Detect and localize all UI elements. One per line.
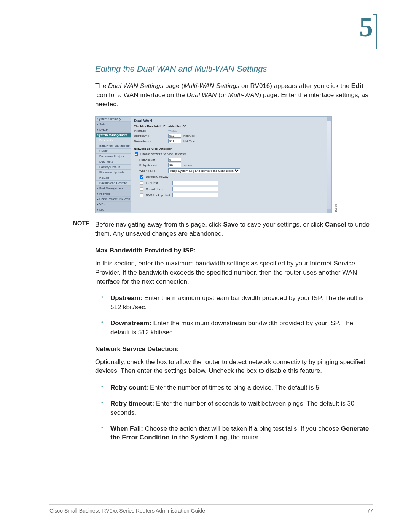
isp-host-checkbox[interactable] [140, 181, 143, 185]
sidebar-item[interactable]: Discovery-Bonjour [96, 154, 131, 159]
isp-host-input[interactable] [172, 181, 218, 185]
retry-count-label: Retry count : [139, 158, 168, 161]
retry-timeout-input[interactable] [168, 163, 181, 167]
sidebar-item[interactable]: Setup [96, 122, 131, 127]
screenshot-main-panel: Dual WAN The Max Bandwidth Provided by I… [131, 117, 331, 213]
dns-lookup-checkbox[interactable] [140, 193, 143, 197]
sidebar-item[interactable]: Diagnostic [96, 159, 131, 165]
sidebar-item[interactable]: Cisco ProtectLink Web [96, 197, 131, 202]
sub1-heading: Max Bandwidth Provided by ISP: [95, 247, 373, 254]
remote-host-label: Remote Host : [146, 187, 172, 191]
sidebar-item[interactable]: Bandwidth Management [96, 143, 131, 149]
sidebar-item[interactable]: Dual WAN [96, 138, 131, 143]
interface-label: Interface : [134, 129, 168, 133]
enable-detection-checkbox[interactable] [135, 152, 138, 156]
upstream-label: Upstream : [134, 134, 168, 137]
note-label: NOTE [49, 220, 95, 238]
section-heading: Editing the Dual WAN and Multi-WAN Setti… [95, 64, 373, 74]
note-body: Before navigating away from this page, c… [95, 220, 373, 238]
sidebar-item[interactable]: System Summary [96, 117, 131, 122]
header-tab-decor [373, 14, 377, 49]
intro-paragraph: The Dual WAN Settings page (Multi-WAN Se… [95, 81, 373, 109]
sub1-bullet-list: Upstream: Enter the maximum upstream ban… [95, 294, 373, 337]
sidebar-item[interactable]: Port Management [96, 186, 131, 191]
remote-host-input[interactable] [172, 187, 218, 191]
dns-lookup-label: DNS Lookup Host : [146, 193, 172, 197]
upstream-input[interactable] [168, 134, 181, 138]
upstream-unit: Kbit/Sec [183, 134, 195, 137]
list-item: Downstream: Enter the maximum downstream… [95, 319, 373, 337]
screenshot-sidebar: System SummarySetupDHCPSystem Management… [96, 117, 131, 213]
list-item: Retry timeout: Enter the number of secon… [95, 399, 373, 417]
screenshot-image-id: 199667 [334, 202, 338, 212]
retry-timeout-label: Retry timeout : [139, 163, 168, 167]
downstream-input[interactable] [168, 139, 181, 143]
sidebar-item[interactable]: Log [96, 207, 131, 212]
sidebar-item[interactable]: Wizard [96, 212, 131, 213]
downstream-label: Downstream : [134, 139, 168, 143]
enable-detection-label: Enable Network Service Detection [140, 152, 186, 156]
sidebar-item[interactable]: Factory Default [96, 165, 131, 170]
sidebar-item[interactable]: Restart [96, 175, 131, 181]
chapter-number: 5 [359, 11, 373, 43]
footer-left: Cisco Small Business RV0xx Series Router… [49, 508, 205, 514]
header-rule [49, 49, 373, 49]
sub2-bullet-list: Retry count: Enter the number of times t… [95, 383, 373, 442]
sidebar-item[interactable]: DHCP [96, 127, 131, 133]
default-gateway-checkbox[interactable] [140, 175, 143, 179]
sidebar-item[interactable]: Backup and Restore [96, 181, 131, 186]
sidebar-item[interactable]: Firmware Upgrade [96, 170, 131, 175]
sidebar-item[interactable]: SNMP [96, 149, 131, 154]
sidebar-item[interactable]: VPN [96, 202, 131, 207]
sub2-text: Optionally, check the box to allow the r… [95, 358, 373, 376]
list-item: Upstream: Enter the maximum upstream ban… [95, 294, 373, 312]
interface-value: WAN1 [168, 129, 177, 133]
isp-host-label: ISP Host : [146, 181, 172, 185]
remote-host-checkbox[interactable] [140, 187, 143, 191]
list-item: Retry count: Enter the number of times t… [95, 383, 373, 392]
dns-lookup-input[interactable] [172, 193, 218, 197]
sidebar-item[interactable]: System Management [96, 133, 131, 138]
when-fail-label: When Fail : [139, 169, 168, 173]
when-fail-select[interactable]: Keep System Log and Remove the Connectio… [168, 168, 240, 173]
page-footer: Cisco Small Business RV0xx Series Router… [49, 504, 373, 514]
sidebar-item[interactable]: Firewall [96, 191, 131, 197]
panel-title: Dual WAN [134, 119, 328, 123]
section1-title: The Max Bandwidth Provided by ISP [134, 125, 328, 128]
downstream-unit: Kbit/Sec [183, 139, 195, 143]
default-gateway-label: Default Gateway [146, 175, 168, 179]
footer-page-number: 77 [367, 508, 373, 514]
list-item: When Fail: Choose the action that will b… [95, 424, 373, 443]
screenshot-scrollbar[interactable] [327, 117, 331, 213]
sub1-text: In this section, enter the maximum bandw… [95, 259, 373, 286]
sub2-heading: Network Service Detection: [95, 345, 373, 353]
section2-title: Network Service Detection [134, 147, 328, 150]
config-screenshot: System SummarySetupDHCPSystem Management… [95, 116, 332, 213]
retry-count-input[interactable] [168, 158, 181, 162]
retry-timeout-unit: second [183, 163, 193, 167]
